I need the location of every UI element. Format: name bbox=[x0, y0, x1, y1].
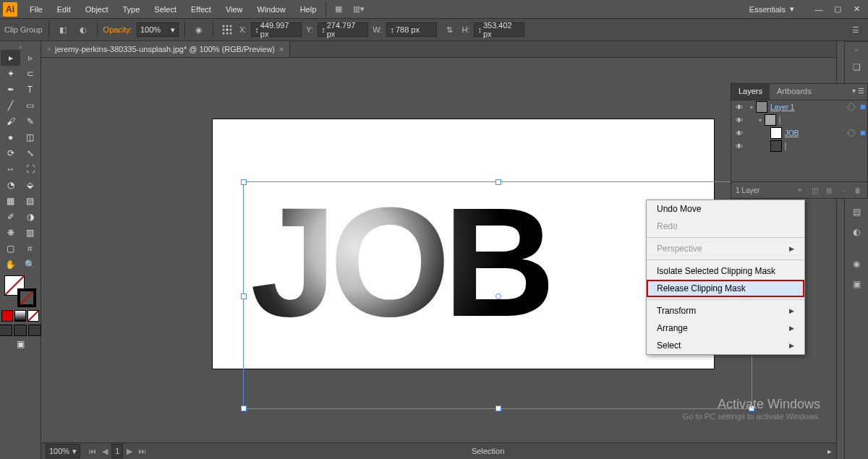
screen-mode-tool[interactable]: ▣ bbox=[17, 339, 25, 349]
expand-icon[interactable]: ▾ bbox=[750, 104, 753, 111]
menu-help[interactable]: Help bbox=[294, 3, 323, 16]
fill-stroke-control[interactable] bbox=[4, 275, 36, 307]
delete-layer-icon[interactable]: 🗑 bbox=[853, 185, 863, 195]
zoom-input[interactable]: 100%▾ bbox=[46, 444, 80, 458]
graphic-styles-icon[interactable]: ▣ bbox=[850, 278, 863, 291]
minimize-button[interactable]: — bbox=[810, 3, 827, 16]
arrange-docs-icon[interactable]: ▥▾ bbox=[351, 1, 367, 17]
pencil-tool[interactable]: ✎ bbox=[20, 113, 40, 129]
rectangle-tool[interactable]: ▭ bbox=[20, 98, 40, 113]
controlbar-menu-icon[interactable]: ☰ bbox=[848, 22, 864, 38]
target-icon[interactable] bbox=[779, 116, 780, 125]
layer-row[interactable]: 👁JOB bbox=[731, 126, 867, 140]
close-tab-icon[interactable]: × bbox=[279, 45, 284, 53]
gradient-tool[interactable]: ▤ bbox=[20, 193, 40, 209]
color-panel-icon[interactable]: ❏ bbox=[850, 61, 863, 74]
visibility-icon[interactable]: 👁 bbox=[734, 102, 744, 112]
menu-view[interactable]: View bbox=[219, 3, 250, 16]
cm-select[interactable]: Select▶ bbox=[647, 337, 804, 354]
visibility-icon[interactable]: 👁 bbox=[734, 141, 744, 151]
menu-type[interactable]: Type bbox=[116, 3, 147, 16]
slice-tool[interactable]: ⌗ bbox=[20, 241, 40, 257]
graph-tool[interactable]: ▥ bbox=[20, 225, 40, 241]
color-mode-swatch[interactable] bbox=[1, 310, 13, 322]
symbol-sprayer-tool[interactable]: ❋ bbox=[1, 225, 20, 241]
artboard-number-input[interactable]: 1 bbox=[111, 444, 123, 458]
hand-tool[interactable]: ✋ bbox=[1, 257, 20, 273]
menu-edit[interactable]: Edit bbox=[51, 3, 77, 16]
nav-prev-icon[interactable]: ◀ bbox=[100, 447, 110, 456]
magic-wand-tool[interactable]: ✦ bbox=[1, 66, 20, 82]
ref-point-icon[interactable] bbox=[219, 22, 235, 38]
locate-object-icon[interactable]: ⌖ bbox=[795, 185, 805, 195]
transparency-panel-icon[interactable]: ◐ bbox=[850, 226, 863, 239]
dock-collapse-icon[interactable]: « bbox=[854, 46, 858, 53]
stroke-swatch[interactable] bbox=[17, 288, 36, 307]
artboard-tool[interactable]: ▢ bbox=[1, 241, 20, 257]
target-icon[interactable] bbox=[785, 142, 786, 151]
layer-name[interactable]: Layer 1 bbox=[770, 103, 794, 111]
width-tool[interactable]: ↔ bbox=[1, 161, 20, 177]
pen-tool[interactable]: ✒ bbox=[1, 82, 20, 98]
layer-row[interactable]: 👁 bbox=[731, 140, 867, 153]
cm-isolate[interactable]: Isolate Selected Clipping Mask bbox=[647, 262, 804, 280]
mesh-tool[interactable]: ▦ bbox=[1, 193, 20, 209]
nav-first-icon[interactable]: ⏮ bbox=[86, 447, 98, 455]
new-layer-icon[interactable]: ▫ bbox=[838, 185, 848, 195]
cm-arrange[interactable]: Arrange▶ bbox=[647, 319, 804, 337]
direct-selection-tool[interactable]: ▹ bbox=[20, 50, 40, 66]
blend-tool[interactable]: ◑ bbox=[20, 209, 40, 225]
nav-last-icon[interactable]: ⏭ bbox=[136, 447, 148, 455]
visibility-icon[interactable]: 👁 bbox=[734, 128, 744, 138]
selection-tool[interactable]: ▸ bbox=[1, 50, 20, 66]
draw-inside[interactable] bbox=[28, 325, 41, 336]
line-tool[interactable]: ╱ bbox=[1, 98, 20, 113]
new-sublayer-icon[interactable]: ⊞ bbox=[824, 185, 834, 195]
cm-release-clipping-mask[interactable]: Release Clipping Mask bbox=[647, 280, 804, 297]
handle-bl[interactable] bbox=[241, 406, 247, 411]
maximize-button[interactable]: ▢ bbox=[829, 3, 846, 16]
target-icon[interactable] bbox=[848, 129, 855, 137]
layer-row[interactable]: 👁▾ bbox=[731, 113, 867, 126]
layer-name[interactable] bbox=[785, 142, 791, 150]
none-mode-swatch[interactable] bbox=[27, 310, 39, 322]
cm-transform[interactable]: Transform▶ bbox=[647, 302, 804, 319]
handle-bm[interactable] bbox=[495, 406, 501, 411]
workspace-switcher[interactable]: Essentials ▾ bbox=[742, 2, 801, 16]
type-tool[interactable]: T bbox=[20, 82, 40, 98]
app-logo[interactable]: Ai bbox=[3, 2, 17, 17]
free-transform-tool[interactable]: ⛶ bbox=[20, 161, 40, 177]
rotate-tool[interactable]: ⟳ bbox=[1, 145, 20, 161]
make-clip-icon[interactable]: ◫ bbox=[809, 185, 820, 195]
draw-behind[interactable] bbox=[14, 325, 27, 336]
cm-undo[interactable]: Undo Move bbox=[647, 200, 804, 218]
eyedropper-tool[interactable]: ✐ bbox=[1, 209, 20, 225]
lasso-tool[interactable]: ⊂ bbox=[20, 66, 40, 82]
scale-tool[interactable]: ⤡ bbox=[20, 145, 40, 161]
blob-brush-tool[interactable]: ● bbox=[1, 129, 20, 145]
canvas[interactable]: JOB Undo Move Redo Perspective▶ bbox=[41, 58, 836, 442]
link-wh-icon[interactable]: ⇅ bbox=[441, 22, 457, 38]
layers-tab[interactable]: Layers bbox=[731, 84, 770, 100]
menu-object[interactable]: Object bbox=[79, 3, 115, 16]
edit-mask-icon[interactable]: ◐ bbox=[75, 22, 91, 38]
menu-window[interactable]: Window bbox=[251, 3, 292, 16]
panel-menu-icon[interactable]: ▾ ☰ bbox=[852, 87, 864, 95]
appearance-panel-icon[interactable]: ◉ bbox=[850, 257, 863, 270]
gradient-panel-icon[interactable]: ▤ bbox=[850, 205, 863, 218]
artboards-tab[interactable]: Artboards bbox=[770, 84, 819, 100]
edit-contents-icon[interactable]: ◧ bbox=[55, 22, 71, 38]
eraser-tool[interactable]: ◫ bbox=[20, 129, 40, 145]
shape-builder-tool[interactable]: ◔ bbox=[1, 177, 20, 193]
layer-name[interactable] bbox=[779, 116, 786, 124]
bridge-icon[interactable]: ▦ bbox=[331, 1, 346, 17]
expand-icon[interactable]: ▾ bbox=[759, 117, 762, 124]
zoom-tool[interactable]: 🔍 bbox=[20, 257, 40, 273]
nav-next-icon[interactable]: ▶ bbox=[124, 447, 135, 456]
menu-effect[interactable]: Effect bbox=[184, 3, 218, 16]
opacity-input[interactable]: 100%▾ bbox=[137, 22, 179, 37]
h-input[interactable]: ↕353.402 px bbox=[474, 22, 524, 37]
close-button[interactable]: ✕ bbox=[848, 3, 865, 16]
perspective-tool[interactable]: ⬙ bbox=[20, 177, 40, 193]
gradient-mode-swatch[interactable] bbox=[14, 310, 26, 322]
